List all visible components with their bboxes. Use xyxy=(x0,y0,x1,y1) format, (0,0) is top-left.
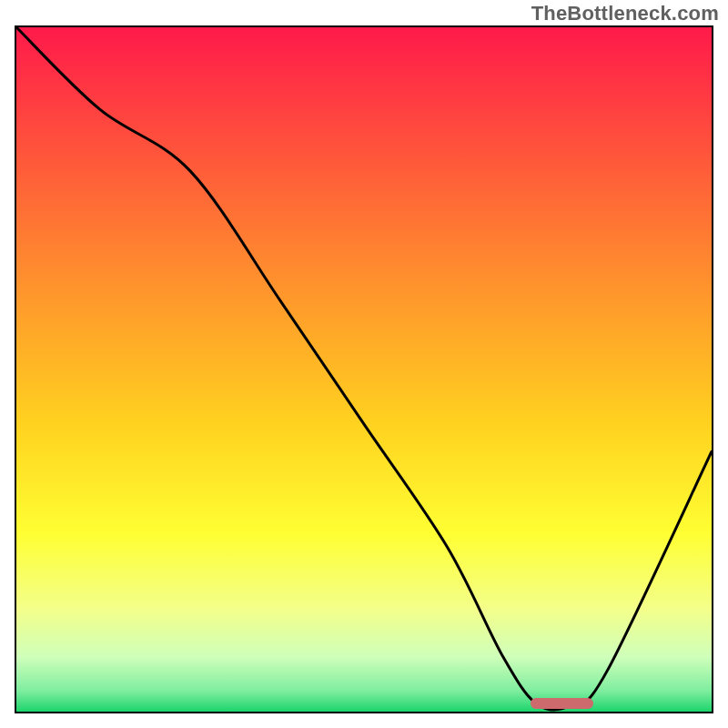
optimal-marker xyxy=(531,698,593,709)
gradient-fill xyxy=(16,27,712,712)
plot-svg xyxy=(16,27,712,712)
chart-container: TheBottleneck.com xyxy=(0,0,728,728)
watermark-text: TheBottleneck.com xyxy=(531,2,719,25)
plot-frame xyxy=(15,25,713,713)
